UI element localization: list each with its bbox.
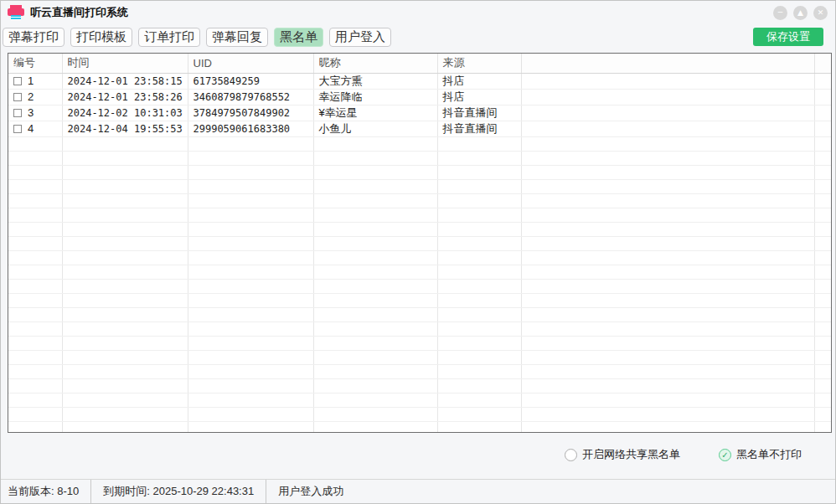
header-uid: UID bbox=[188, 54, 313, 73]
check-circle-icon[interactable] bbox=[719, 449, 731, 461]
header-time: 时间 bbox=[62, 54, 188, 73]
option-no-print-label: 黑名单不打印 bbox=[736, 447, 802, 462]
cell-uid: 61735849259 bbox=[188, 73, 313, 89]
empty-row bbox=[8, 165, 831, 179]
cell-nickname: ¥幸运星 bbox=[313, 105, 437, 121]
cell-time: 2024-12-04 19:55:53 bbox=[62, 121, 188, 136]
option-share-blacklist-label: 开启网络共享黑名单 bbox=[582, 447, 680, 462]
option-share-blacklist[interactable]: 开启网络共享黑名单 bbox=[565, 447, 680, 462]
empty-row bbox=[8, 307, 831, 321]
header-no: 编号 bbox=[8, 54, 62, 73]
table-row[interactable]: 4 2024-12-04 19:55:53 2999059061683380 小… bbox=[8, 121, 831, 136]
save-settings-button[interactable]: 保存设置 bbox=[753, 28, 823, 46]
header-source: 来源 bbox=[437, 54, 521, 73]
row-checkbox[interactable] bbox=[13, 77, 22, 85]
title-bar: 听云直播间打印系统 ─ ▲ ✕ bbox=[1, 1, 835, 24]
status-version: 当前版本: 8-10 bbox=[1, 480, 90, 503]
app-title: 听云直播间打印系统 bbox=[30, 5, 128, 20]
empty-row bbox=[8, 179, 831, 193]
cell-uid: 3784979507849902 bbox=[188, 105, 313, 121]
empty-row bbox=[8, 193, 831, 208]
row-number: 1 bbox=[28, 75, 34, 87]
empty-row bbox=[8, 136, 831, 151]
cell-time: 2024-12-02 10:31:03 bbox=[62, 105, 188, 121]
cell-no: 1 bbox=[8, 73, 62, 89]
status-bar: 当前版本: 8-10 到期时间: 2025-10-29 22:43:31 用户登… bbox=[1, 479, 835, 503]
cell-uid: 2999059061683380 bbox=[188, 121, 313, 136]
option-no-print[interactable]: 黑名单不打印 bbox=[719, 447, 802, 462]
cell-source: 抖音直播间 bbox=[437, 105, 521, 121]
cell-uid: 3460879879768552 bbox=[188, 89, 313, 105]
status-login: 用户登入成功 bbox=[266, 480, 355, 503]
printer-app-icon bbox=[8, 4, 24, 21]
cell-source: 抖店 bbox=[437, 73, 521, 89]
empty-row bbox=[8, 293, 831, 307]
empty-row bbox=[8, 393, 831, 407]
empty-row bbox=[8, 208, 831, 222]
cell-nickname: 大宝方熏 bbox=[313, 73, 437, 89]
empty-row bbox=[8, 236, 831, 250]
empty-row bbox=[8, 421, 831, 433]
empty-row bbox=[8, 378, 831, 393]
empty-row bbox=[8, 250, 831, 265]
empty-row bbox=[8, 321, 831, 336]
blacklist-table: 编号 时间 UID 昵称 来源 1 2024-12-01 23:58:15 61… bbox=[8, 53, 832, 433]
header-empty bbox=[521, 54, 814, 73]
tab-blacklist[interactable]: 黑名单 bbox=[274, 28, 323, 47]
empty-row bbox=[8, 350, 831, 364]
row-checkbox[interactable] bbox=[13, 125, 22, 133]
table-row[interactable]: 2 2024-12-01 23:58:26 3460879879768552 幸… bbox=[8, 89, 831, 105]
maximize-icon[interactable]: ▲ bbox=[793, 6, 808, 20]
tab-danmu-reply[interactable]: 弹幕回复 bbox=[206, 28, 268, 47]
header-nickname: 昵称 bbox=[313, 54, 437, 73]
empty-row bbox=[8, 279, 831, 293]
empty-row bbox=[8, 265, 831, 279]
empty-row bbox=[8, 364, 831, 378]
cell-nickname: 小鱼儿 bbox=[313, 121, 437, 136]
minimize-icon[interactable]: ─ bbox=[773, 6, 787, 20]
app-window: 听云直播间打印系统 ─ ▲ ✕ 弹幕打印 打印模板 订单打印 弹幕回复 黑名单 … bbox=[0, 0, 836, 504]
empty-row bbox=[8, 151, 831, 165]
tab-print-template[interactable]: 打印模板 bbox=[70, 28, 132, 47]
empty-row bbox=[8, 407, 831, 421]
row-number: 3 bbox=[28, 106, 34, 119]
cell-no: 4 bbox=[8, 121, 62, 136]
row-number: 4 bbox=[28, 122, 34, 135]
empty-row bbox=[8, 336, 831, 350]
tab-user-login[interactable]: 用户登入 bbox=[329, 28, 391, 47]
status-expire: 到期时间: 2025-10-29 22:43:31 bbox=[90, 480, 266, 503]
empty-row bbox=[8, 222, 831, 236]
table-header-row: 编号 时间 UID 昵称 来源 bbox=[8, 54, 831, 73]
cell-no: 2 bbox=[8, 89, 62, 105]
table-row[interactable]: 1 2024-12-01 23:58:15 61735849259 大宝方熏 抖… bbox=[8, 73, 831, 89]
cell-time: 2024-12-01 23:58:15 bbox=[62, 73, 188, 89]
cell-time: 2024-12-01 23:58:26 bbox=[62, 89, 188, 105]
tab-order-print[interactable]: 订单打印 bbox=[138, 28, 200, 47]
row-number: 2 bbox=[28, 90, 34, 103]
blacklist-options: 开启网络共享黑名单 黑名单不打印 bbox=[565, 447, 802, 462]
cell-source: 抖店 bbox=[437, 89, 521, 105]
tab-bar: 弹幕打印 打印模板 订单打印 弹幕回复 黑名单 用户登入 保存设置 bbox=[3, 27, 823, 47]
row-checkbox[interactable] bbox=[13, 109, 22, 117]
row-checkbox[interactable] bbox=[13, 93, 22, 101]
close-icon[interactable]: ✕ bbox=[813, 6, 828, 20]
table-row[interactable]: 3 2024-12-02 10:31:03 3784979507849902 ¥… bbox=[8, 105, 831, 121]
radio-unchecked-icon[interactable] bbox=[565, 449, 577, 461]
cell-no: 3 bbox=[8, 105, 62, 121]
header-empty bbox=[814, 54, 831, 73]
window-controls: ─ ▲ ✕ bbox=[773, 6, 835, 20]
cell-nickname: 幸运降临 bbox=[313, 89, 437, 105]
cell-source: 抖音直播间 bbox=[437, 121, 521, 136]
tab-danmu-print[interactable]: 弹幕打印 bbox=[3, 28, 65, 47]
